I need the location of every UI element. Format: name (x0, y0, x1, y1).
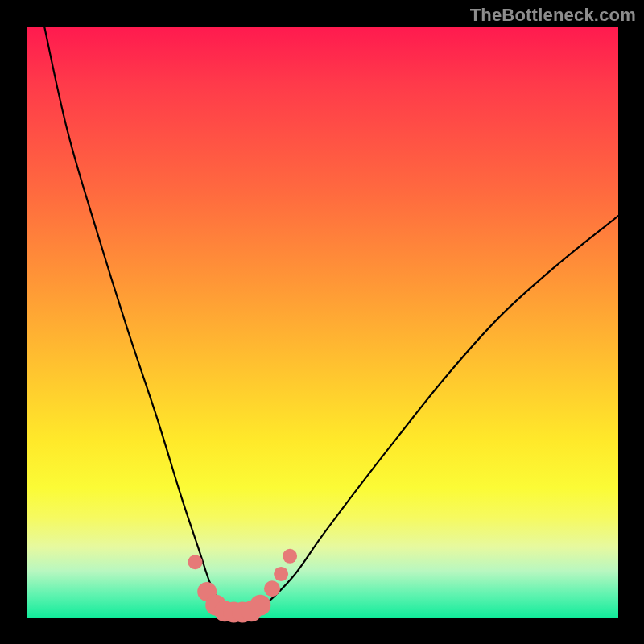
bottleneck-curve (44, 27, 618, 620)
chart-stage: TheBottleneck.com (0, 0, 644, 644)
marker-dot (274, 567, 288, 581)
curve-layer (27, 27, 618, 618)
marker-dots (188, 549, 298, 623)
plot-area (27, 27, 618, 618)
marker-dot (250, 595, 270, 616)
marker-dot (283, 549, 297, 564)
marker-dot (188, 555, 203, 569)
watermark-text: TheBottleneck.com (470, 5, 636, 26)
marker-dot (264, 580, 280, 597)
